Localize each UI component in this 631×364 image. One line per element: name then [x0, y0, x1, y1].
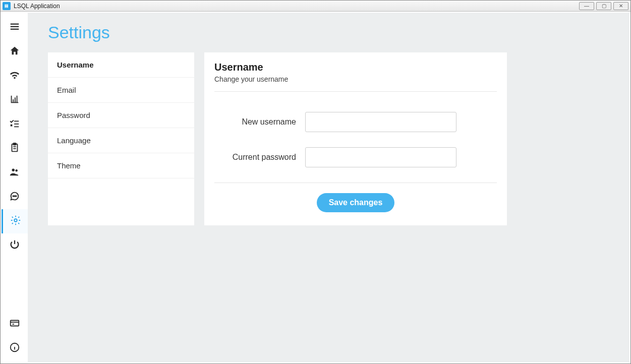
settings-tab-email[interactable]: Email [48, 78, 194, 103]
sidebar-item-tasks[interactable] [2, 112, 28, 137]
settings-tab-username[interactable]: Username [48, 52, 194, 78]
home-icon [9, 45, 20, 58]
svg-rect-11 [11, 321, 19, 326]
svg-point-8 [14, 196, 15, 197]
gear-icon [10, 215, 21, 228]
panel-title: Username [214, 62, 497, 73]
users-icon [9, 166, 20, 179]
chart-icon [9, 94, 20, 107]
settings-tab-language[interactable]: Language [48, 128, 194, 153]
svg-point-6 [15, 169, 18, 172]
window-title: LSQL Application [14, 3, 60, 10]
card-icon [9, 318, 20, 331]
settings-menu: Username Email Password Language Theme [48, 52, 194, 225]
window-titlebar: ▤ LSQL Application — ▢ ✕ [1, 1, 630, 12]
form-row-current-password: Current password [214, 147, 497, 167]
main-content: Settings Username Email Password Languag… [28, 13, 629, 362]
sidebar-item-home[interactable] [2, 40, 28, 64]
settings-panel: Username Change your username New userna… [204, 52, 507, 225]
sidebar-item-messages[interactable] [2, 185, 28, 209]
sidebar-menu-toggle[interactable] [2, 16, 28, 40]
svg-rect-1 [11, 26, 19, 27]
sidebar-item-settings[interactable] [2, 209, 28, 233]
sidebar-item-chart[interactable] [2, 88, 28, 112]
sidebar-item-users[interactable] [2, 161, 28, 185]
window-minimize-button[interactable]: — [579, 2, 594, 10]
svg-rect-0 [11, 24, 19, 25]
sidebar [2, 13, 28, 362]
label-new-username: New username [214, 117, 305, 127]
sidebar-item-clipboard[interactable] [2, 137, 28, 161]
svg-point-9 [16, 196, 17, 197]
chat-icon [9, 191, 20, 204]
page-title: Settings [48, 23, 609, 42]
svg-point-10 [14, 219, 17, 222]
divider [214, 91, 497, 92]
clipboard-icon [9, 142, 20, 155]
input-new-username[interactable] [305, 112, 456, 132]
save-changes-button[interactable]: Save changes [317, 193, 395, 212]
wifi-icon [9, 70, 20, 83]
window-maximize-button[interactable]: ▢ [596, 2, 611, 10]
checklist-icon [9, 118, 20, 131]
app-icon: ▤ [3, 2, 11, 10]
app-body: Settings Username Email Password Languag… [1, 12, 630, 363]
settings-tab-password[interactable]: Password [48, 103, 194, 128]
divider [214, 183, 497, 183]
input-current-password[interactable] [305, 147, 456, 167]
sidebar-item-info[interactable] [2, 336, 28, 360]
window-close-button[interactable]: ✕ [613, 2, 628, 10]
sidebar-item-card[interactable] [2, 312, 28, 336]
panel-description: Change your username [214, 75, 497, 83]
svg-rect-4 [13, 143, 16, 145]
form-row-new-username: New username [214, 112, 497, 132]
label-current-password: Current password [214, 153, 305, 162]
sidebar-item-power[interactable] [2, 233, 28, 258]
settings-tab-theme[interactable]: Theme [48, 153, 194, 178]
svg-point-7 [13, 196, 14, 197]
power-icon [9, 239, 20, 252]
menu-icon [9, 21, 20, 34]
svg-rect-2 [11, 29, 19, 30]
svg-point-5 [12, 169, 15, 172]
info-icon [9, 342, 20, 355]
sidebar-item-wifi[interactable] [2, 64, 28, 88]
